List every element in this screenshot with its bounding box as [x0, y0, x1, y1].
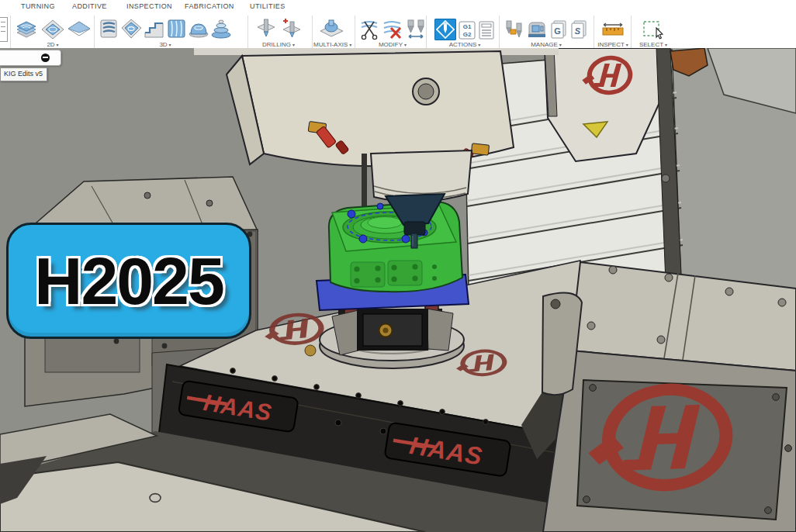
post-library-icon: G [549, 19, 568, 40]
group-label-drilling[interactable]: DRILLING▾ [253, 41, 304, 48]
ribbon-tab-bar: TURNING ADDITIVE INSPECTION FABRICATION … [0, 0, 796, 12]
badge-text: H2025 [34, 243, 223, 320]
setup-sheet-icon [478, 20, 495, 40]
table-brass-plug [305, 345, 316, 356]
delete-passes-icon [382, 17, 403, 40]
2d-adaptive-icon [14, 17, 39, 40]
group-label-actions[interactable]: ACTIONS▾ [431, 41, 498, 48]
svg-text:G1: G1 [463, 23, 472, 30]
post-library-button[interactable]: G [549, 19, 568, 40]
post-process-button[interactable]: G1 G2 [458, 20, 476, 40]
post-process-icon: G1 G2 [458, 20, 476, 40]
group-drilling: DRILLING▾ [253, 13, 304, 48]
drill-icon [254, 17, 278, 40]
template-library-button[interactable]: S [569, 19, 588, 40]
pocket-clearing-icon [121, 17, 142, 40]
edit-tool-button[interactable] [405, 17, 427, 40]
fusion-manufacture-window: { "ribbon": { "caret": "▾", "tabs": ["TU… [0, 0, 796, 532]
group-multiaxis: MULTI-AXIS▾ [313, 13, 349, 48]
machine-library-icon [526, 20, 548, 40]
scallop-icon [189, 17, 209, 40]
bore-icon [279, 17, 303, 40]
delete-passes-button[interactable] [382, 17, 403, 40]
record-icon [41, 54, 50, 62]
trim-toolpath-button[interactable] [358, 17, 380, 40]
ribbon-toolbar: 2D▾ [0, 12, 796, 49]
document-tag[interactable]: KIG Edits v5 [0, 67, 47, 81]
steep-shallow-button[interactable] [144, 17, 164, 40]
scallop-button[interactable] [189, 17, 209, 40]
svg-text:G2: G2 [463, 31, 472, 38]
workpiece[interactable] [317, 202, 469, 310]
navigation-box[interactable] [0, 50, 61, 66]
group-actions: G1 G2 ACTIONS▾ [431, 13, 498, 48]
svg-text:S: S [575, 26, 581, 36]
simulate-button[interactable] [434, 19, 456, 40]
trim-scissors-icon [358, 17, 380, 40]
group-2d: 2D▾ [14, 13, 92, 48]
2d-pocket-icon [40, 17, 65, 40]
group-label-3d[interactable]: 3D▾ [99, 41, 231, 48]
group-label-inspect[interactable]: INSPECT▾ [597, 41, 628, 48]
bore-button[interactable] [279, 17, 303, 40]
adaptive-clearing-icon [99, 17, 119, 40]
group-inspect: INSPECT▾ [597, 13, 628, 48]
group-label-2d[interactable]: 2D▾ [14, 41, 92, 48]
tab-inspection[interactable]: INSPECTION [126, 2, 172, 10]
pocket-clearing-button[interactable] [121, 17, 142, 40]
group-modify: MODIFY▾ [358, 13, 427, 48]
flow-icon [166, 17, 187, 40]
multi-axis-button[interactable] [317, 17, 345, 40]
group-label-multiaxis[interactable]: MULTI-AXIS▾ [313, 41, 349, 48]
measure-button[interactable] [600, 19, 626, 40]
svg-text:G: G [554, 26, 561, 36]
2d-pocket-button[interactable] [40, 17, 65, 40]
multi-axis-icon [317, 17, 345, 40]
select-button[interactable] [642, 19, 665, 40]
select-icon [642, 19, 665, 40]
spiral-icon [211, 17, 232, 40]
machine-library-button[interactable] [526, 20, 548, 40]
tab-utilities[interactable]: UTILITIES [250, 2, 286, 10]
tool-library-icon [504, 19, 524, 40]
spiral-button[interactable] [211, 17, 232, 40]
group-label-manage[interactable]: MANAGE▾ [504, 41, 588, 48]
drill-button[interactable] [254, 17, 278, 40]
setup-sheet-button[interactable] [478, 20, 495, 40]
group-3d: 3D▾ [99, 13, 231, 48]
tab-fabrication[interactable]: FABRICATION [185, 2, 234, 10]
adaptive-clearing-button[interactable] [99, 17, 119, 40]
flow-button[interactable] [166, 17, 187, 40]
simulate-icon [436, 20, 455, 39]
measure-icon [600, 19, 626, 40]
group-manage: G S MANAGE▾ [504, 13, 588, 48]
tool-library-button[interactable] [504, 19, 524, 40]
viewport-3d[interactable]: HAAS HAAS [0, 48, 796, 532]
group-label-select[interactable]: SELECT▾ [638, 41, 669, 48]
tab-additive[interactable]: ADDITIVE [72, 2, 107, 10]
template-library-icon: S [569, 19, 588, 40]
tab-turning[interactable]: TURNING [21, 2, 55, 10]
clipped-setup-button[interactable] [0, 17, 8, 42]
h2025-overlay-badge: H2025 [6, 223, 251, 339]
2d-adaptive-button[interactable] [14, 17, 39, 40]
edit-tool-icon [405, 17, 427, 40]
2d-face-icon [67, 17, 92, 40]
group-select: SELECT▾ [638, 13, 669, 48]
steep-shallow-icon [144, 17, 164, 40]
right-column-box [521, 262, 796, 532]
group-label-modify[interactable]: MODIFY▾ [358, 41, 427, 48]
2d-face-button[interactable] [67, 17, 92, 40]
